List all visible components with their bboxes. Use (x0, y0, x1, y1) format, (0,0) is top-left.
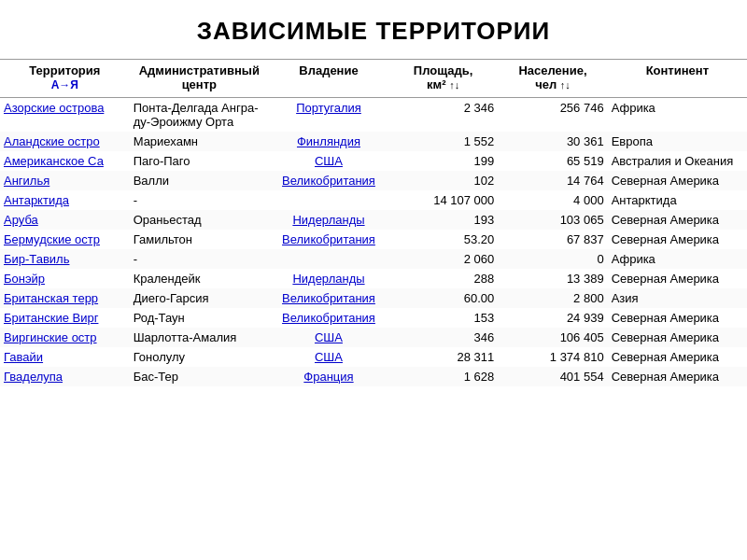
ownership-link[interactable]: Великобритания (282, 174, 375, 188)
admin-center-cell: Диего-Гарсия (130, 288, 269, 308)
admin-center-cell: Шарлотта-Амалия (130, 328, 269, 347)
ownership-link[interactable]: Нидерланды (292, 272, 364, 286)
admin-center-cell: Паго-Паго (130, 151, 269, 171)
territory-link[interactable]: Американское Са (4, 154, 104, 168)
ownership-cell: США (269, 328, 388, 347)
territory-link[interactable]: Гавайи (4, 350, 43, 364)
table-row: БонэйрКралендейкНидерланды28813 389Север… (0, 269, 747, 288)
territory-link[interactable]: Британские Вирг (4, 311, 98, 325)
ownership-cell (269, 249, 388, 269)
th-population: Население, чел ↑↓ (498, 60, 607, 98)
continent-cell: Азия (608, 288, 747, 308)
ownership-link[interactable]: Франция (303, 370, 353, 384)
continent-cell: Европа (608, 132, 747, 151)
table-row: Британские ВиргРод-ТаунВеликобритания153… (0, 308, 747, 328)
area-cell: 28 311 (388, 347, 498, 367)
territory-cell: Бермудские остр (0, 230, 130, 249)
continent-cell: Австралия и Океания (608, 151, 747, 171)
area-cell: 153 (388, 308, 498, 328)
area-cell: 102 (388, 171, 498, 190)
th-territory-sort[interactable]: А→Я (51, 78, 78, 91)
ownership-cell: Нидерланды (269, 269, 388, 288)
population-cell: 30 361 (498, 132, 607, 151)
continent-cell: Африка (608, 249, 747, 269)
territory-link[interactable]: Антарктида (4, 193, 69, 207)
th-continent: Континент (608, 60, 747, 98)
page-title: ЗАВИСИМЫЕ ТЕРРИТОРИИ (0, 0, 747, 59)
ownership-link[interactable]: США (315, 350, 343, 364)
continent-cell: Африка (608, 98, 747, 133)
ownership-link[interactable]: Великобритания (282, 311, 375, 325)
population-cell: 0 (498, 249, 607, 269)
population-cell: 4 000 (498, 190, 607, 210)
territory-link[interactable]: Аландские остро (4, 134, 100, 148)
ownership-link[interactable]: Великобритания (282, 232, 375, 246)
ownership-cell (269, 190, 388, 210)
population-cell: 256 746 (498, 98, 607, 133)
population-cell: 2 800 (498, 288, 607, 308)
th-pop-arrows[interactable]: ↑↓ (560, 79, 571, 91)
table-row: ГваделупаБас-ТерФранция1 628401 554Север… (0, 367, 747, 386)
territory-cell: Антарктида (0, 190, 130, 210)
ownership-cell: Финляндия (269, 132, 388, 151)
territory-link[interactable]: Бонэйр (4, 272, 45, 286)
continent-cell: Северная Америка (608, 210, 747, 230)
ownership-cell: Португалия (269, 98, 388, 133)
table-row: АрубаОраньестадНидерланды193103 065Север… (0, 210, 747, 230)
ownership-link[interactable]: Финляндия (297, 134, 360, 148)
territory-link[interactable]: Бермудские остр (4, 232, 100, 246)
admin-center-cell: Понта-Делгада Ангра-ду-Эроижму Орта (130, 98, 269, 133)
ownership-link[interactable]: Великобритания (282, 291, 375, 305)
ownership-link[interactable]: Нидерланды (292, 213, 364, 227)
table-row: Виргинские острШарлотта-АмалияСША346106 … (0, 328, 747, 347)
ownership-link[interactable]: США (315, 154, 343, 168)
territory-cell: Виргинские остр (0, 328, 130, 347)
territory-cell: Аландские остро (0, 132, 130, 151)
table-row: Бир-Тавиль-2 0600Африка (0, 249, 747, 269)
admin-center-cell: Род-Таун (130, 308, 269, 328)
territory-link[interactable]: Британская терр (4, 291, 98, 305)
territory-cell: Британские Вирг (0, 308, 130, 328)
territory-link[interactable]: Аруба (4, 213, 38, 227)
admin-center-cell: Мариехамн (130, 132, 269, 151)
continent-cell: Северная Америка (608, 269, 747, 288)
territory-link[interactable]: Гваделупа (4, 370, 63, 384)
area-cell: 288 (388, 269, 498, 288)
table-header-row: Территория А→Я Административный центр Вл… (0, 60, 747, 98)
th-ownership: Владение (269, 60, 388, 98)
admin-center-cell: Кралендейк (130, 269, 269, 288)
territory-link[interactable]: Азорские острова (4, 101, 104, 115)
admin-center-cell: Бас-Тер (130, 367, 269, 386)
population-cell: 24 939 (498, 308, 607, 328)
continent-cell: Северная Америка (608, 230, 747, 249)
continent-cell: Северная Америка (608, 308, 747, 328)
ownership-cell: Нидерланды (269, 210, 388, 230)
ownership-cell: Франция (269, 367, 388, 386)
ownership-cell: Великобритания (269, 288, 388, 308)
admin-center-cell: - (130, 190, 269, 210)
th-area-label: Площадь, (392, 63, 494, 77)
territory-cell: Азорские острова (0, 98, 130, 133)
area-cell: 2 346 (388, 98, 498, 133)
ownership-cell: Великобритания (269, 171, 388, 190)
th-territory: Территория А→Я (0, 60, 130, 98)
admin-center-cell: Гамильтон (130, 230, 269, 249)
territory-link[interactable]: Виргинские остр (4, 330, 97, 344)
admin-center-cell: Ораньестад (130, 210, 269, 230)
th-area-arrows[interactable]: ↑↓ (449, 79, 459, 91)
territory-cell: Бир-Тавиль (0, 249, 130, 269)
ownership-link[interactable]: США (315, 330, 343, 344)
population-cell: 401 554 (498, 367, 607, 386)
territory-cell: Американское Са (0, 151, 130, 171)
ownership-cell: США (269, 151, 388, 171)
territory-cell: Британская терр (0, 288, 130, 308)
continent-cell: Антарктида (608, 190, 747, 210)
area-cell: 1 628 (388, 367, 498, 386)
ownership-link[interactable]: Португалия (296, 101, 361, 115)
th-area-unit: км² (427, 77, 445, 91)
area-cell: 199 (388, 151, 498, 171)
territory-link[interactable]: Ангилья (4, 174, 49, 188)
territory-link[interactable]: Бир-Тавиль (4, 252, 69, 266)
admin-center-cell: Валли (130, 171, 269, 190)
area-cell: 2 060 (388, 249, 498, 269)
